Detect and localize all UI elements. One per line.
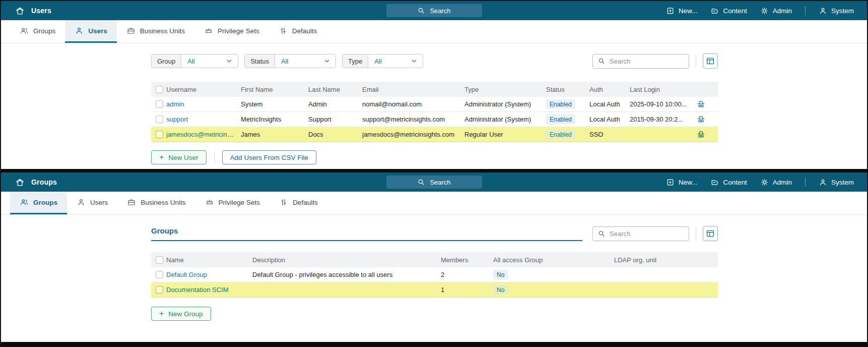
username-link[interactable]: jamesdocs@metricinsig... — [166, 131, 241, 138]
nav-content-button[interactable]: Content — [710, 7, 747, 15]
content-icon — [710, 7, 719, 15]
nav-new-button[interactable]: New... — [666, 178, 698, 187]
tab-users[interactable]: Users — [67, 192, 117, 214]
home-button[interactable] — [15, 6, 25, 16]
screenshot-root: Users Search New... — [0, 0, 868, 347]
group-name-link[interactable]: Documentation SCIM — [166, 286, 229, 294]
tab-privilege-sets[interactable]: Privilege Sets — [194, 20, 269, 43]
cell-last-login: 2015-09-30 20:2... — [630, 115, 691, 123]
nav-admin-button[interactable]: Admin — [760, 7, 792, 15]
cell-last-name: Docs — [308, 131, 362, 138]
cell-first-name: James — [241, 131, 308, 138]
groups-search-area — [592, 226, 718, 241]
tab-defaults[interactable]: Defaults — [269, 20, 327, 43]
type-filter-label: Type — [343, 54, 368, 68]
impersonate-user-icon[interactable] — [696, 130, 706, 139]
groups-tabbar: Groups Users Business Units — [1, 192, 867, 215]
cell-description: Default Group - privileges accessible to… — [252, 271, 441, 278]
type-filter[interactable]: Type All — [342, 54, 423, 68]
tab-business-units[interactable]: Business Units — [117, 20, 194, 43]
table-row: admin System Admin nomail@nomail.com Adm… — [151, 97, 718, 112]
gear-icon — [760, 7, 769, 15]
nav-content-label: Content — [723, 7, 747, 15]
group-filter[interactable]: Group All — [151, 54, 238, 68]
row-checkbox[interactable] — [156, 271, 163, 278]
impersonate-user-icon[interactable] — [696, 114, 706, 124]
username-link[interactable]: admin — [166, 100, 184, 108]
tab-groups-label: Groups — [33, 199, 57, 206]
nav-new-label: New... — [679, 7, 698, 15]
global-search-label: Search — [430, 7, 450, 15]
nav-new-label: New... — [679, 179, 698, 186]
table-row: support MetricInsights Support support@m… — [151, 112, 718, 127]
nav-content-button[interactable]: Content — [710, 178, 747, 187]
home-button[interactable] — [15, 178, 25, 187]
page-title: Groups — [31, 178, 57, 186]
table-row-highlighted: jamesdocs@metricinsig... James Docs jame… — [151, 127, 718, 142]
groups-heading-underline: Groups — [151, 226, 582, 241]
col-auth: Auth — [589, 86, 630, 93]
type-filter-value: All — [374, 57, 381, 65]
plus-icon: + — [159, 153, 164, 161]
crown-icon — [205, 198, 214, 207]
global-search-label: Search — [430, 179, 450, 186]
nav-admin-button[interactable]: Admin — [760, 178, 792, 187]
page-title: Users — [31, 7, 51, 15]
tab-business-units[interactable]: Business Units — [117, 192, 195, 214]
nav-system-label: System — [831, 179, 854, 186]
new-group-button[interactable]: + New Group — [151, 307, 211, 321]
status-badge: Enabled — [546, 130, 575, 139]
row-checkbox[interactable] — [156, 286, 163, 294]
users-section: Users Search New... — [1, 1, 867, 169]
add-users-csv-button[interactable]: Add Users From CSV File — [222, 150, 316, 164]
nav-system-button[interactable]: System — [819, 7, 854, 15]
bottom-border — [1, 342, 867, 346]
briefcase-icon — [127, 198, 136, 207]
cell-auth: Local Auth — [589, 100, 630, 108]
filter-group: Group All Status All — [151, 54, 423, 68]
group-name-link[interactable]: Default Group — [166, 271, 207, 278]
groups-table-search[interactable] — [592, 226, 689, 241]
users-content: Group All Status All — [151, 53, 718, 164]
col-type: Type — [464, 86, 546, 93]
nav-new-button[interactable]: New... — [666, 7, 698, 15]
users-search-input[interactable] — [610, 57, 684, 65]
select-all-checkbox[interactable] — [156, 86, 163, 93]
tab-users[interactable]: Users — [65, 20, 117, 43]
select-all-checkbox[interactable] — [156, 256, 163, 264]
plus-icon: + — [159, 310, 164, 318]
global-search[interactable]: Search — [386, 4, 482, 17]
tab-privilege-sets-label: Privilege Sets — [219, 199, 260, 206]
status-filter[interactable]: Status All — [244, 54, 336, 68]
tab-groups[interactable]: Groups — [10, 192, 67, 214]
cell-email: jamesdocs@metricinsights.com — [362, 131, 464, 138]
content-icon — [710, 178, 719, 187]
column-settings-button[interactable] — [703, 53, 718, 69]
new-user-button[interactable]: + New User — [151, 150, 207, 164]
row-checkbox[interactable] — [156, 100, 163, 108]
person-icon — [77, 198, 86, 207]
cell-type: Regular User — [464, 131, 546, 138]
groups-search-input[interactable] — [610, 230, 684, 238]
columns-icon — [706, 56, 715, 66]
tab-groups[interactable]: Groups — [10, 20, 65, 43]
row-checkbox[interactable] — [156, 115, 163, 123]
tab-defaults[interactable]: Defaults — [270, 192, 327, 214]
tab-users-label: Users — [90, 199, 108, 206]
users-table-header: Username First Name Last Name Email Type… — [151, 82, 718, 97]
search-icon — [597, 229, 606, 238]
username-link[interactable]: support — [166, 115, 188, 123]
col-first-name: First Name — [241, 86, 308, 93]
users-table-search[interactable] — [592, 54, 689, 69]
global-search[interactable]: Search — [386, 176, 482, 189]
cell-email: nomail@nomail.com — [362, 100, 464, 108]
column-settings-button[interactable] — [703, 226, 718, 241]
sliders-icon — [279, 26, 288, 35]
tab-privilege-sets[interactable]: Privilege Sets — [195, 192, 270, 214]
impersonate-user-icon[interactable] — [696, 99, 706, 109]
row-checkbox[interactable] — [156, 131, 163, 138]
groups-heading-row: Groups — [151, 226, 718, 241]
people-icon — [20, 26, 29, 35]
col-all-access: All access Group — [493, 256, 614, 264]
nav-system-button[interactable]: System — [819, 178, 854, 187]
